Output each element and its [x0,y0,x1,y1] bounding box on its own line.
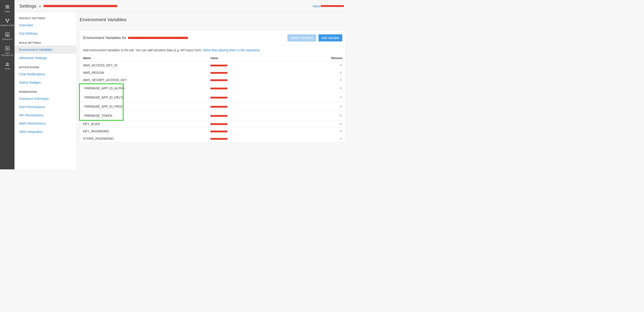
svg-rect-9 [8,35,8,36]
table-row: KEY_ALIAS✕ [80,120,346,128]
breadcrumb: Settings » [20,3,117,9]
section-notifications: NOTIFICATIONS [14,66,76,70]
var-name-cell: FIREBASE_APP_ID_ALPHA [80,84,207,93]
var-name-cell: AWS_ACCESS_KEY_ID [80,62,207,69]
sidebar-checkout-ssh[interactable]: Checkout SSH keys [14,95,76,103]
remove-icon[interactable]: ✕ [340,71,342,74]
var-value-cell [207,76,319,84]
svg-point-12 [8,63,9,64]
svg-rect-7 [6,34,7,36]
remove-icon[interactable]: ✕ [340,130,342,133]
var-remove-cell: ✕ [319,128,346,135]
var-name: KEY_PASSWORD [83,130,109,133]
col-name: Name [80,55,207,62]
var-name: STORE_PASSWORD [83,137,113,140]
var-name: AWS_REGION [83,71,104,74]
sidebar-status-badges[interactable]: Status Badges [14,78,76,86]
table-row: FIREBASE_APP_ID_DELTA✕ [80,93,346,102]
page-title: Environment Variables [80,17,346,26]
var-name-cell: AWS_REGION [80,69,207,76]
nav-insights-label: INSIGHTS [2,38,12,40]
sidebar-env-vars[interactable]: Environment Variables [14,45,76,54]
workflows-icon [5,18,10,23]
desc-pre: Add environment variables to the job. Yo… [83,48,202,52]
topbar: Settings » View [14,0,349,12]
nav-add-projects[interactable]: ADD PROJECTS [0,44,14,60]
card-title-prefix: Environment Variables for [83,36,126,40]
var-name: FIREBASE_APP_ID_DELTA [83,95,126,100]
var-value-cell [207,84,319,93]
sidebar-jira-integration[interactable]: JIRA Integration [14,128,76,136]
remove-icon[interactable]: ✕ [340,105,342,108]
add-variable-button[interactable]: Add Variable [318,34,342,41]
var-value-redacted [210,138,228,140]
var-value-redacted [210,79,228,81]
var-name: AWS_ACCESS_KEY_ID [83,63,117,67]
sidebar-ssh-permissions[interactable]: SSH Permissions [14,103,76,111]
var-value-redacted [210,88,228,89]
var-value-redacted [210,115,228,117]
section-permissions: PERMISSIONS [14,90,76,95]
svg-point-3 [5,19,7,20]
var-remove-cell: ✕ [319,62,346,69]
var-remove-cell: ✕ [319,102,346,111]
var-name: FIREBASE_APP_ID_ALPHA [83,86,126,91]
main-area: Settings » View PROJECT SETTINGS Overvie… [14,0,349,169]
nav-rail: JOBS WORKFLOWS INSIGHTS ADD PROJECTS TEA… [0,0,14,169]
var-name-cell: STORE_PASSWORD [80,135,207,143]
svg-rect-1 [5,6,9,7]
nav-jobs[interactable]: JOBS [0,2,14,16]
remove-icon[interactable]: ✕ [340,63,342,67]
svg-point-4 [8,19,9,20]
var-value-redacted [210,131,228,132]
svg-rect-0 [5,5,9,6]
var-value-redacted [210,106,228,108]
sidebar-org-settings[interactable]: Org Settings [14,29,76,37]
insights-icon [5,32,10,37]
nav-team-label: TEAM [4,68,10,70]
remove-icon[interactable]: ✕ [340,122,342,126]
var-value-cell [207,135,319,143]
nav-workflows[interactable]: WORKFLOWS [0,16,14,30]
table-row: FIREBASE_APP_ID_PROD✕ [80,102,346,111]
var-name: FIREBASE_APP_ID_PROD [83,104,125,109]
var-name: KEY_ALIAS [83,122,100,126]
col-value: Value [207,55,319,62]
nav-team[interactable]: TEAM [0,59,14,73]
remove-icon[interactable]: ✕ [340,78,342,82]
var-value-cell [207,128,319,135]
remove-icon[interactable]: ✕ [340,86,342,90]
sidebar-chat-notifications[interactable]: Chat Notifications [14,70,76,78]
sidebar-api-permissions[interactable]: API Permissions [14,111,76,119]
settings-title: Settings [20,3,36,9]
var-remove-cell: ✕ [319,69,346,76]
card-project-redacted [128,37,188,39]
var-value-cell [207,102,319,111]
card-description: Add environment variables to the job. Yo… [80,45,346,55]
svg-rect-2 [5,8,9,8]
var-remove-cell: ✕ [319,135,346,143]
desc-link[interactable]: rather than placing them in the reposito… [202,48,259,52]
var-name-cell: FIREBASE_APP_ID_DELTA [80,93,207,102]
remove-icon[interactable]: ✕ [340,114,342,117]
sidebar-aws-permissions[interactable]: AWS Permissions [14,119,76,128]
settings-sidebar: PROJECT SETTINGS Overview Org Settings B… [14,12,76,169]
sidebar-overview[interactable]: Overview [14,21,76,29]
var-name-cell: AWS_SECRET_ACCESS_KEY [80,76,207,84]
var-value-redacted [210,97,228,99]
sidebar-advanced-settings[interactable]: Advanced Settings [14,54,76,62]
var-name: AWS_SECRET_ACCESS_KEY [83,78,127,82]
var-value-redacted [210,123,228,125]
card-header: Environment Variables for Import Variabl… [80,34,346,45]
env-vars-card: Environment Variables for Import Variabl… [80,30,346,143]
nav-insights[interactable]: INSIGHTS [0,30,14,44]
nav-jobs-label: JOBS [4,11,10,13]
remove-icon[interactable]: ✕ [340,96,342,99]
nav-workflows-label: WORKFLOWS [0,24,14,27]
svg-point-11 [6,63,7,64]
remove-icon[interactable]: ✕ [340,137,342,140]
import-variables-button[interactable]: Import Variables [288,34,316,41]
svg-point-5 [7,21,8,23]
view-project-link[interactable]: View [313,4,344,8]
var-value-cell [207,111,319,120]
